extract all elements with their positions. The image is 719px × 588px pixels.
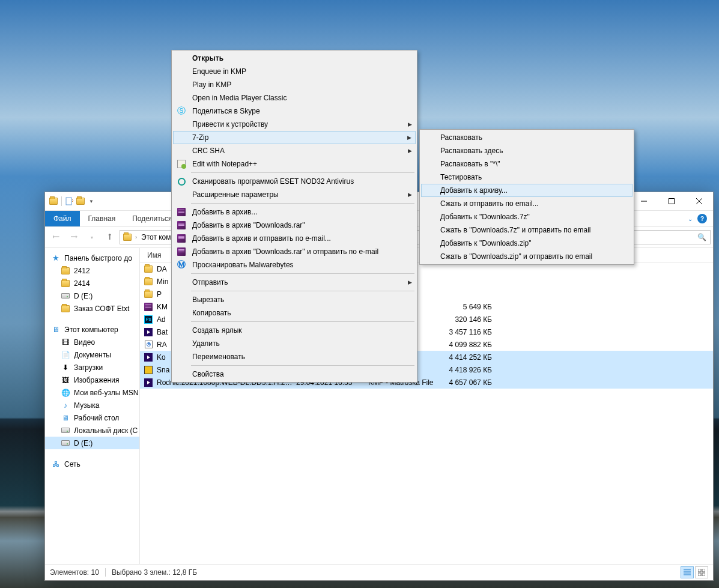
exe-icon xyxy=(144,340,153,350)
menu-item[interactable]: Распаковать xyxy=(421,131,633,144)
close-button[interactable] xyxy=(685,192,713,210)
menu-item[interactable]: Сканировать программой ESET NOD32 Antivi… xyxy=(173,175,416,188)
sidebar-item-music[interactable]: ♪Музыка xyxy=(45,399,139,411)
properties-icon[interactable] xyxy=(65,196,74,206)
menu-item-label: Распаковать здесь xyxy=(440,147,503,155)
sidebar-quick-access[interactable]: ★Панель быстрого до xyxy=(45,252,139,264)
menu-item[interactable]: Добавить в архив "Downloads.rar" и отпра… xyxy=(173,245,416,258)
forward-button[interactable]: 🠖 xyxy=(65,230,82,244)
menu-item-label: Копировать xyxy=(192,309,231,317)
search-icon[interactable]: 🔍 xyxy=(697,233,706,241)
thumbnails-view-button[interactable] xyxy=(695,566,708,578)
menu-item[interactable]: Enqueue in KMP xyxy=(173,65,416,78)
menu-item[interactable]: Распаковать здесь xyxy=(421,144,633,157)
details-view-button[interactable] xyxy=(681,566,694,578)
qat-dropdown-icon[interactable]: ▼ xyxy=(86,199,96,204)
menu-item[interactable]: Сжать и отправить по email... xyxy=(421,197,633,210)
menu-item[interactable]: Отправить▶ xyxy=(173,276,416,289)
sidebar-item-order[interactable]: Заказ СОФТ Etxt xyxy=(45,302,139,315)
menu-item[interactable]: Добавить в архив... xyxy=(173,205,416,219)
maximize-button[interactable] xyxy=(658,192,685,210)
menu-item[interactable]: Переименовать xyxy=(173,350,416,363)
menu-item[interactable]: Добавить в архив и отправить по e-mail..… xyxy=(173,232,416,245)
tab-home[interactable]: Главная xyxy=(80,211,124,226)
menu-item[interactable]: Добавить к архиву... xyxy=(421,184,633,197)
recent-dropdown[interactable]: ▾ xyxy=(83,230,100,244)
menu-item[interactable]: Открыть xyxy=(173,52,416,65)
sidebar-item-2414[interactable]: 2414 xyxy=(45,277,139,289)
folder-icon xyxy=(61,304,70,314)
folder-icon xyxy=(61,266,70,276)
menu-item[interactable]: Добавить к "Downloads.zip" xyxy=(421,237,633,250)
menu-item[interactable]: CRC SHA▶ xyxy=(173,144,416,157)
rar-icon xyxy=(144,302,153,312)
menu-item[interactable]: Распаковать в "*\" xyxy=(421,157,633,171)
submenu-arrow-icon: ▶ xyxy=(408,121,412,127)
back-button[interactable]: 🠔 xyxy=(47,230,64,244)
sidebar-item-videos[interactable]: 🎞Видео xyxy=(45,336,139,348)
folder-icon xyxy=(49,196,58,206)
menu-item[interactable]: 7-Zip▶ xyxy=(173,131,416,144)
sidebar-item-downloads[interactable]: ⬇Загрузки xyxy=(45,361,139,374)
sidebar-item-pictures[interactable]: 🖼Изображения xyxy=(45,374,139,386)
menu-item[interactable]: Расширенные параметры▶ xyxy=(173,188,416,201)
menu-item-label: Сжать и отправить по email... xyxy=(440,199,539,208)
sidebar-item-desktop[interactable]: 🖥Рабочий стол xyxy=(45,411,139,424)
menu-item-label: Просканировать Malwarebytes xyxy=(192,261,294,269)
menu-item[interactable]: Создать ярлык xyxy=(173,324,416,337)
menu-separator xyxy=(191,291,414,291)
menu-item[interactable]: Свойства xyxy=(173,368,416,381)
menu-item[interactable]: Вырезать xyxy=(173,293,416,306)
rar-icon xyxy=(177,220,186,230)
menu-separator xyxy=(191,203,414,204)
svg-rect-6 xyxy=(702,569,705,572)
menu-item[interactable]: Удалить xyxy=(173,337,416,350)
this-pc-section: 🖥Этот компьютер 🎞Видео 📄Документы ⬇Загру… xyxy=(45,323,139,449)
svg-rect-7 xyxy=(698,573,701,576)
menu-item-label: Добавить в архив "Downloads.rar" xyxy=(192,221,305,229)
menu-item-label: Тестировать xyxy=(440,173,482,181)
sidebar-network[interactable]: 🖧Сеть xyxy=(45,458,139,470)
menu-item[interactable]: Привести к устройству▶ xyxy=(173,118,416,131)
7zip-submenu: РаспаковатьРаспаковать здесьРаспаковать … xyxy=(419,129,634,265)
music-icon: ♪ xyxy=(61,401,70,410)
menu-item[interactable]: Добавить к "Downloads.7z" xyxy=(421,210,633,223)
menu-item[interactable]: ⓈПоделиться в Skype xyxy=(173,105,416,118)
menu-item[interactable]: Добавить в архив "Downloads.rar" xyxy=(173,219,416,232)
menu-item[interactable]: Тестировать xyxy=(421,171,633,184)
drive-icon xyxy=(61,291,70,301)
folder-icon xyxy=(123,232,132,242)
up-button[interactable]: 🠕 xyxy=(102,230,118,244)
drive-icon xyxy=(61,426,70,435)
menu-item[interactable]: Open in Media Player Classic xyxy=(173,91,416,105)
menu-item[interactable]: Копировать xyxy=(173,306,416,320)
rar-icon xyxy=(177,247,186,256)
tab-file[interactable]: Файл xyxy=(45,211,80,226)
file-size: 5 649 КБ xyxy=(440,303,492,311)
menu-item[interactable]: Сжать в "Downloads.7z" и отправить по em… xyxy=(421,223,633,237)
sidebar-item-d-e[interactable]: D (E:) xyxy=(45,289,139,302)
new-folder-icon[interactable] xyxy=(76,196,85,206)
rar-icon xyxy=(177,207,186,217)
menu-item-label: Open in Media Player Classic xyxy=(192,94,287,102)
sidebar-this-pc[interactable]: 🖥Этот компьютер xyxy=(45,323,139,336)
menu-separator xyxy=(191,321,414,322)
menu-item-label: Добавить в архив "Downloads.rar" и отпра… xyxy=(192,247,378,256)
menu-item[interactable]: Play in KMP xyxy=(173,78,416,91)
svg-rect-8 xyxy=(702,573,705,576)
menu-item-label: CRC SHA xyxy=(192,147,225,155)
help-icon[interactable]: ? xyxy=(697,214,707,223)
sidebar-item-msn[interactable]: 🌐Мои веб-узлы MSN xyxy=(45,386,139,399)
sidebar-item-2412[interactable]: 2412 xyxy=(45,264,139,277)
menu-item[interactable]: ⓂПросканировать Malwarebytes xyxy=(173,258,416,271)
menu-item-label: Добавить к "Downloads.7z" xyxy=(440,213,530,221)
ribbon-collapse-icon[interactable]: ⌄ xyxy=(688,216,693,222)
navigation-pane: ★Панель быстрого до 2412 2414 D (E:) Зак… xyxy=(45,248,140,564)
menu-item[interactable]: Edit with Notepad++ xyxy=(173,157,416,171)
sidebar-item-d-drive[interactable]: D (E:) xyxy=(45,437,139,449)
download-icon: ⬇ xyxy=(61,363,70,372)
pc-icon: 🖥 xyxy=(51,325,61,335)
sidebar-item-documents[interactable]: 📄Документы xyxy=(45,348,139,361)
menu-item[interactable]: Сжать в "Downloads.zip" и отправить по e… xyxy=(421,250,633,263)
sidebar-item-c-drive[interactable]: Локальный диск (C xyxy=(45,424,139,437)
